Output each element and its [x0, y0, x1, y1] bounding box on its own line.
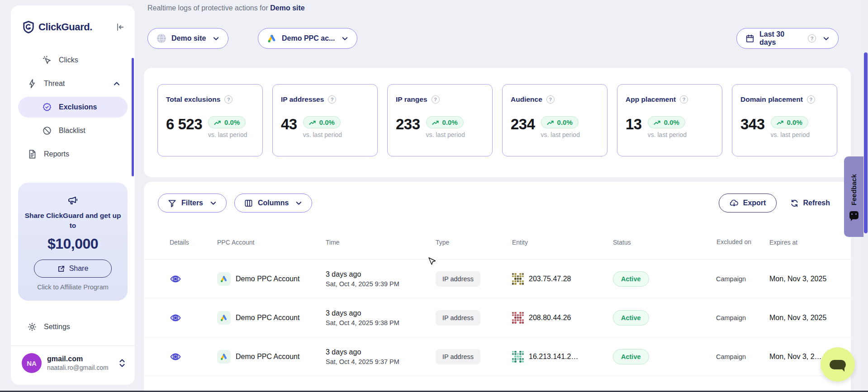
export-button[interactable]: Export: [719, 194, 777, 213]
table-row[interactable]: 3 days ago: [144, 376, 851, 392]
stat-value: 13: [626, 116, 642, 132]
user-email: naatali.ro@gmail.com: [47, 364, 109, 371]
clickguard-logo-icon: [23, 21, 34, 33]
table-row[interactable]: Demo PPC Account 3 days ago Sat, Oct 4, …: [144, 337, 851, 376]
sidebar-item-settings[interactable]: Settings: [18, 316, 128, 337]
type-cell: IP address: [436, 310, 512, 326]
status-badge: Active: [613, 349, 649, 364]
page-scrollbar-track[interactable]: [863, 0, 868, 392]
help-icon[interactable]: ?: [680, 95, 688, 104]
stat-label: Total exclusions: [166, 95, 220, 104]
stat-card: IP ranges ? 233 0.0% vs. last period: [387, 84, 493, 156]
help-icon[interactable]: ?: [808, 34, 816, 43]
ppc-account-cell: Demo PPC Account: [217, 311, 326, 325]
filters-button[interactable]: Filters: [158, 194, 227, 213]
chevron-down-icon: [342, 35, 348, 42]
affiliate-promo-card: Share ClickGuard and get up to $10,000 S…: [18, 183, 128, 301]
exclusions-table-panel: Filters Columns Export: [144, 182, 851, 392]
stat-label: IP addresses: [281, 95, 324, 104]
subtitle-site-name: Demo site: [270, 4, 304, 12]
trend-badge: 0.0%: [771, 116, 808, 128]
site-selector-value: Demo site: [171, 34, 206, 43]
help-icon[interactable]: ?: [328, 95, 336, 104]
sidebar-item-clicks[interactable]: Clicks: [18, 50, 128, 71]
time-cell: 3 days ago Sat, Oct 4, 2025 9:38 PM: [326, 309, 436, 326]
google-ads-icon: [267, 33, 277, 43]
speech-bubble-icon: [830, 360, 846, 369]
chevron-up-icon: [113, 80, 120, 87]
refresh-button[interactable]: Refresh: [790, 199, 830, 208]
table-row[interactable]: Demo PPC Account 3 days ago Sat, Oct 4, …: [144, 260, 851, 298]
sidebar-item-threat[interactable]: Threat: [18, 73, 128, 94]
details-eye-icon[interactable]: [170, 312, 181, 324]
table-toolbar: Filters Columns Export: [144, 182, 851, 213]
trending-up-icon: [654, 119, 661, 126]
status-cell: Active: [613, 349, 716, 364]
table-row[interactable]: Demo PPC Account 3 days ago Sat, Oct 4, …: [144, 298, 851, 337]
site-selector[interactable]: Demo site: [147, 28, 228, 49]
trending-up-icon: [214, 119, 221, 126]
entity-cell: 203.75.47.28: [512, 273, 613, 285]
date-range-selector[interactable]: Last 30 days ?: [736, 28, 839, 49]
trending-up-icon: [432, 119, 439, 126]
trend-badge: 0.0%: [541, 116, 579, 128]
affiliate-link[interactable]: Click to Affiliate Program: [24, 283, 121, 291]
column-header-details: Details: [170, 239, 217, 246]
chat-widget-button[interactable]: [821, 347, 855, 382]
help-icon[interactable]: ?: [224, 95, 232, 104]
stat-label: Domain placement: [740, 95, 803, 104]
sidebar-item-reports[interactable]: Reports: [18, 144, 128, 165]
ppc-account-cell: Demo PPC Account: [217, 350, 326, 364]
stat-value: 43: [281, 116, 297, 132]
type-badge: IP address: [436, 310, 480, 326]
stat-card: Total exclusions ? 6 523 0.0% vs. last p…: [157, 84, 263, 156]
entity-cell: 208.80.44.26: [512, 312, 613, 324]
chevron-down-icon: [210, 200, 217, 207]
columns-icon: [244, 199, 253, 208]
stats-panel: Total exclusions ? 6 523 0.0% vs. last p…: [144, 68, 851, 177]
chevron-down-icon: [213, 35, 219, 42]
entity-identicon: [512, 351, 524, 363]
stat-value: 343: [740, 116, 765, 132]
cursor-click-icon: [42, 55, 52, 65]
google-ads-icon: [217, 272, 231, 286]
feedback-tab[interactable]: Feedback: [844, 156, 863, 237]
page-subtitle: Realtime logs of protective actions for …: [147, 4, 305, 12]
sidebar-item-label: Settings: [44, 323, 70, 331]
help-icon[interactable]: ?: [546, 95, 555, 104]
funnel-icon: [168, 199, 176, 208]
chevron-up-down-icon: [119, 358, 126, 368]
promo-title: Share ClickGuard and get up to: [24, 211, 121, 230]
account-switcher[interactable]: NA gmail.com naatali.ro@gmail.com: [11, 346, 135, 385]
sidebar-collapse-icon[interactable]: [116, 23, 125, 32]
share-button[interactable]: Share: [34, 260, 112, 278]
help-icon[interactable]: ?: [432, 95, 440, 104]
status-cell: Active: [613, 271, 716, 287]
trending-up-icon: [309, 119, 316, 126]
google-ads-icon: [217, 311, 231, 325]
page-scrollbar-thumb[interactable]: [864, 52, 868, 233]
trend-badge: 0.0%: [208, 116, 246, 128]
stat-compare-label: vs. last period: [426, 131, 465, 138]
sidebar-item-blacklist[interactable]: Blacklist: [18, 120, 128, 141]
sidebar-item-label: Blacklist: [59, 127, 85, 135]
sidebar-scrollbar-thumb[interactable]: [132, 58, 134, 176]
cloud-download-icon: [730, 198, 739, 208]
stat-value: 6 523: [166, 116, 202, 132]
table-body: Demo PPC Account 3 days ago Sat, Oct 4, …: [144, 260, 851, 392]
details-eye-icon[interactable]: [170, 351, 181, 363]
column-header-status: Status: [613, 239, 716, 246]
help-icon[interactable]: ?: [807, 95, 815, 104]
stat-label: Audience: [511, 95, 542, 104]
expires-at-cell: Mon, Nov 3, 2025: [769, 275, 833, 283]
entity-identicon: [512, 273, 524, 285]
ppc-account-selector[interactable]: Demo PPC ac...: [258, 28, 357, 49]
details-eye-icon[interactable]: [170, 273, 181, 285]
date-range-value: Last 30 days: [759, 30, 803, 47]
refresh-icon: [790, 199, 799, 208]
calendar-icon: [745, 34, 754, 43]
column-header-time: Time: [326, 239, 436, 246]
sidebar-item-exclusions[interactable]: Exclusions: [18, 97, 128, 118]
columns-button[interactable]: Columns: [234, 194, 312, 213]
promo-amount: $10,000: [24, 236, 121, 252]
